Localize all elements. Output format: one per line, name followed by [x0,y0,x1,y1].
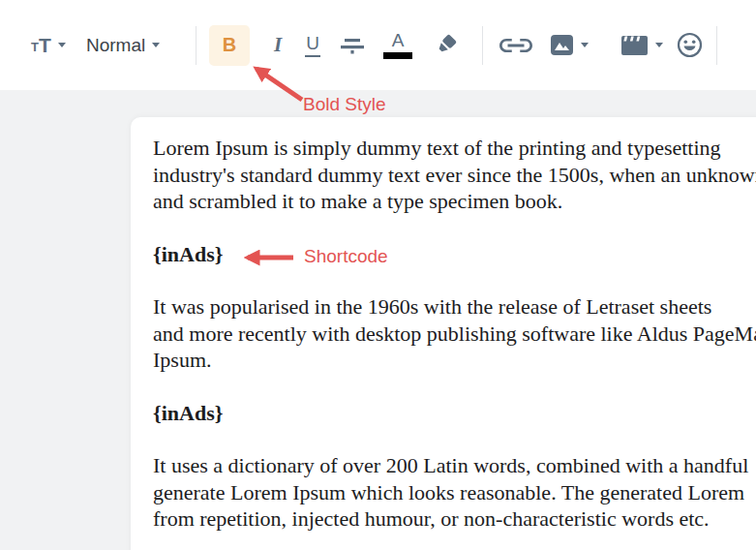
chevron-down-icon [581,43,589,47]
highlight-color-button[interactable] [431,25,460,66]
insert-emoji-button[interactable] [676,25,703,66]
text-color-icon: A [392,31,405,50]
chevron-down-icon [655,43,663,47]
video-icon [620,35,649,56]
underline-icon: U [305,33,320,57]
text-line: and more recently with desktop publishin… [153,321,756,348]
editor-app: T T Normal B I U A [0,0,756,550]
toolbar-separator [196,26,197,65]
strikethrough-icon [340,36,365,55]
strikethrough-button[interactable] [338,25,367,66]
insert-image-dropdown[interactable] [550,25,589,66]
chevron-down-icon [152,43,160,47]
text-color-button[interactable]: A [381,25,414,66]
chevron-down-icon [58,43,66,47]
text-color-swatch [383,52,412,59]
text-line: industry's standard dummy text ever sinc… [153,162,756,189]
inads-shortcode: {inAds} [153,241,756,268]
paragraph-style-dropdown[interactable]: Normal [86,25,179,66]
text-line: generate Lorem Ipsum which looks reasona… [153,479,756,506]
text-line: It was popularised in the 1960s with the… [153,293,756,321]
text-line: Ipsum. [153,347,756,374]
paragraph-style-value: Normal [86,35,145,56]
paragraph: Lorem Ipsum is simply dummy text of the … [153,135,756,215]
toolbar-separator [482,26,483,65]
text-line: and scrambled it to make a type specimen… [153,188,756,215]
insert-link-button[interactable] [499,25,533,66]
italic-button[interactable]: I [265,25,290,66]
formatting-toolbar: T T Normal B I U A [0,0,756,90]
insert-video-dropdown[interactable] [620,25,663,66]
document-content-area[interactable]: Lorem Ipsum is simply dummy text of the … [131,117,756,550]
italic-icon: I [274,33,282,57]
link-icon [499,37,532,54]
toolbar-separator [716,26,717,65]
paragraph: It uses a dictionary of over 200 Latin w… [153,452,756,533]
editor-canvas: Lorem Ipsum is simply dummy text of the … [0,90,756,550]
underline-button[interactable]: U [300,25,325,66]
image-icon [550,34,574,56]
text-line: Lorem Ipsum is simply dummy text of the … [153,135,756,162]
font-size-icon: T [31,40,39,54]
font-size-dropdown[interactable]: T T [25,25,72,66]
paragraph: It was popularised in the 1960s with the… [153,293,756,374]
emoji-icon [677,32,703,58]
highlighter-icon [432,33,459,58]
text-line: from repetition, injected humour, or non… [153,505,756,533]
bold-button[interactable]: B [209,25,250,66]
text-line: It uses a dictionary of over 200 Latin w… [153,452,756,479]
inads-shortcode: {inAds} [153,400,756,427]
bold-icon: B [223,34,236,56]
